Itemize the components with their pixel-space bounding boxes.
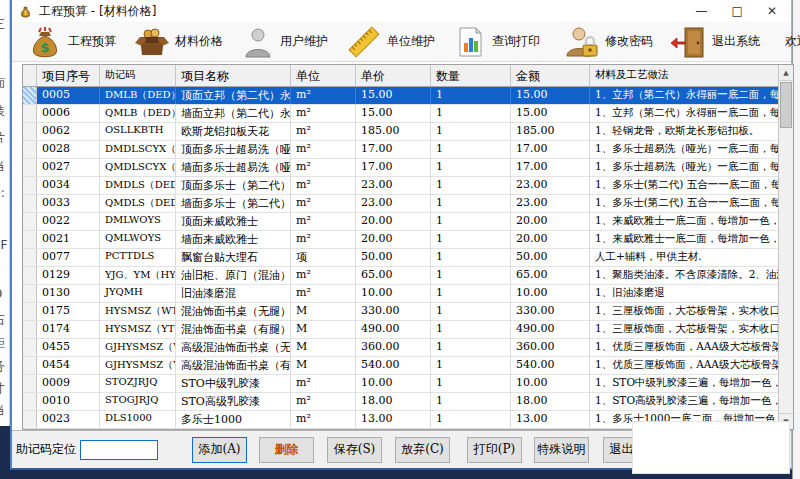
cell-price: 20.00 — [356, 231, 431, 248]
special-note-button[interactable]: 特殊说明 — [534, 437, 589, 463]
cell-code: QMDLS（DED）WHY — [100, 195, 176, 212]
cell-name: 顶面立邦（第二代）永 — [176, 87, 291, 104]
exit-door-icon — [671, 25, 707, 59]
cell-seq: 0022 — [37, 213, 100, 230]
cell-qty: 1 — [431, 285, 511, 302]
cell-seq: 0454 — [37, 357, 100, 374]
table-row[interactable]: 0006QMLB（DED）YDL墙面立邦（第二代）永m²15.00115.001… — [23, 105, 778, 123]
mnemonic-locate-input[interactable] — [80, 440, 158, 460]
row-indicator — [23, 87, 37, 104]
save-button[interactable]: 保存(S) — [327, 437, 382, 463]
cell-amount: 20.00 — [511, 213, 590, 230]
header-qty: 数量 — [431, 65, 511, 86]
cell-name: 飘窗台贴大理石 — [176, 249, 291, 266]
cell-name: STO高级乳胶漆 — [176, 393, 291, 410]
toolbar-item-query-print[interactable]: 查询打印 — [444, 24, 549, 60]
cell-unit: m² — [291, 87, 356, 104]
table-row[interactable]: 0009STOZJRJQSTO中级乳胶漆m²10.00110.001、STO中级… — [23, 375, 778, 393]
table-row[interactable]: 0130JYQMH旧油漆磨混m²10.00110.001、旧油漆磨退 — [23, 285, 778, 303]
cell-code: GJHYSMSZ（WT） — [100, 339, 176, 356]
table-row[interactable]: 0033QMDLS（DED）WHY墙面多乐士（第二代）m²23.00123.00… — [23, 195, 778, 213]
minimize-icon[interactable]: — — [696, 5, 708, 17]
header-name: 项目名称 — [176, 65, 291, 86]
cell-unit: m² — [291, 123, 356, 140]
table-row[interactable]: 0034DMDLS（DED）WHY顶面多乐士（第二代）m²23.00123.00… — [23, 177, 778, 195]
cell-qty: 1 — [431, 87, 511, 104]
window-title: 工程预算 - [材料价格] — [39, 3, 156, 20]
cell-name: 旧油漆磨混 — [176, 285, 291, 302]
vertical-scrollbar[interactable]: ▲ ▼ — [778, 65, 793, 429]
cell-price: 23.00 — [356, 195, 431, 212]
delete-button[interactable]: 删除 — [259, 437, 314, 463]
cell-name: 高级混油饰面书桌（无 — [176, 339, 291, 356]
cell-price: 490.00 — [356, 321, 431, 338]
cell-amount: 23.00 — [511, 177, 590, 194]
cell-qty: 1 — [431, 195, 511, 212]
table-row[interactable]: 0021QMLWOYS墙面来威欧雅士m²20.00120.001、来威欧雅士一底… — [23, 231, 778, 249]
scrollbar-thumb[interactable] — [780, 82, 792, 128]
cell-note: 1、立邦（第二代）永得丽一底二面，每增... — [590, 87, 778, 104]
cell-note: 1、三厘板饰面，大芯板骨架，实木收口，... — [590, 321, 778, 338]
background-text-fragment: 寸 — [0, 380, 5, 397]
toolbar-item-label: 退出系统 — [712, 33, 760, 50]
row-indicator — [23, 267, 37, 284]
add-button[interactable]: 添加(A) — [192, 437, 247, 463]
scroll-up-icon[interactable]: ▲ — [779, 65, 793, 81]
table-row[interactable]: 0455GJHYSMSZ（WT）高级混油饰面书桌（无M360.001360.00… — [23, 339, 778, 357]
cell-unit: m² — [291, 159, 356, 176]
table-row[interactable]: 0022DMLWOYS顶面来威欧雅士m²20.00120.001、来威欧雅士一底… — [23, 213, 778, 231]
table-row[interactable]: 0027QMDLSCYX（YG）墙面多乐士超易洗（哑m²17.00117.001… — [23, 159, 778, 177]
cell-qty: 1 — [431, 123, 511, 140]
cell-price: 330.00 — [356, 303, 431, 320]
toolbar-item-budget[interactable]: $ 工程预算 — [18, 24, 125, 60]
cell-note: 1、轻钢龙骨，欧斯龙长形铝扣板。 — [590, 123, 778, 140]
cell-unit: m² — [291, 105, 356, 122]
cell-seq: 0033 — [37, 195, 100, 212]
cell-unit: m² — [291, 375, 356, 392]
cell-name: 顶面多乐士超易洗（哑 — [176, 141, 291, 158]
user-icon — [241, 25, 275, 59]
row-indicator — [23, 357, 37, 374]
toolbar-item-exit-system[interactable]: 退出系统 — [662, 24, 769, 60]
cell-note: 1、聚脂类油漆。不含原漆清除。2、油漆... — [590, 267, 778, 284]
toolbar-item-label: 单位维护 — [387, 33, 435, 50]
cell-note: 人工+辅料，甲供主材. — [590, 249, 778, 266]
cell-code: JYQMH — [100, 285, 176, 302]
table-body: 0005DMLB（DED）YDL顶面立邦（第二代）永m²15.00115.001… — [23, 87, 778, 429]
table-row[interactable]: 0028DMDLSCYX（YG）顶面多乐士超易洗（哑m²17.00117.001… — [23, 141, 778, 159]
table-row[interactable]: 0062OSLLKBTH欧斯龙铝扣板天花m²185.001185.001、轻钢龙… — [23, 123, 778, 141]
svg-text:$: $ — [23, 9, 28, 17]
app-window: $ 工程预算 - [材料价格] — □ ✕ $ — [10, 0, 792, 470]
cell-code: DMLB（DED）YDL — [100, 87, 176, 104]
cell-qty: 1 — [431, 105, 511, 122]
toolbar-item-unit-maintain[interactable]: 单位维护 — [337, 24, 444, 60]
table-row[interactable]: 0010STOGJRJQSTO高级乳胶漆m²18.00118.001、STO高级… — [23, 393, 778, 411]
cell-seq: 0021 — [37, 231, 100, 248]
cell-name: 多乐士1000 — [176, 411, 291, 428]
table-row[interactable]: 0005DMLB（DED）YDL顶面立邦（第二代）永m²15.00115.001… — [23, 87, 778, 105]
cell-price: 18.00 — [356, 393, 431, 410]
app-money-bag-icon: $ — [18, 4, 33, 19]
cell-code: DMDLSCYX（YG） — [100, 141, 176, 158]
toolbar-item-user-maintain[interactable]: 用户维护 — [232, 24, 337, 60]
table-row[interactable]: 0454GJHYSMSZ（YT）高级混油饰面书桌（有M540.001540.00… — [23, 357, 778, 375]
maximize-icon[interactable]: □ — [732, 5, 743, 17]
row-indicator — [23, 411, 37, 428]
print-button[interactable]: 打印(P) — [467, 437, 522, 463]
cell-unit: m² — [291, 285, 356, 302]
close-icon[interactable]: ✕ — [767, 5, 777, 17]
cell-amount: 50.00 — [511, 249, 590, 266]
abandon-button[interactable]: 放弃(C) — [395, 437, 450, 463]
cell-qty: 1 — [431, 231, 511, 248]
cell-code: STOGJRJQ — [100, 393, 176, 410]
cell-unit: m² — [291, 195, 356, 212]
cell-unit: M — [291, 321, 356, 338]
table-row[interactable]: 0174HYSMSZ（YT）混油饰面书桌（有腿）M490.001490.001、… — [23, 321, 778, 339]
toolbar-item-change-password[interactable]: 修改密码 — [555, 24, 662, 60]
table-row[interactable]: 0129YJG、YM（HY）油旧柜、原门（混油）m²65.00165.001、聚… — [23, 267, 778, 285]
table-row[interactable]: 0175HYSMSZ（WT）混油饰面书桌（无腿）M330.001330.001、… — [23, 303, 778, 321]
toolbar-item-material-price[interactable]: 材料价格 — [125, 24, 232, 60]
cell-name: 墙面立邦（第二代）永 — [176, 105, 291, 122]
background-text-fragment: 当 — [0, 402, 5, 419]
table-row[interactable]: 0077PCTTDLS飘窗台贴大理石项50.00150.00人工+辅料，甲供主材… — [23, 249, 778, 267]
